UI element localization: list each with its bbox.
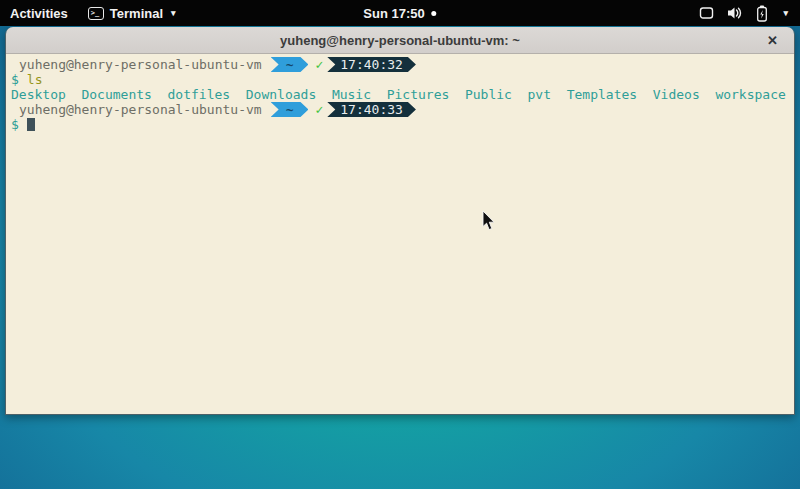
text-cursor — [27, 118, 35, 131]
battery-charging-icon — [756, 5, 768, 22]
prompt-line-2: yuheng@henry-personal-ubuntu-vm ~ ✓ 17:4… — [11, 102, 789, 117]
prompt-symbol: $ — [11, 72, 19, 87]
prompt-time-segment: 17:40:33 — [327, 102, 416, 117]
chevron-down-icon: ▾ — [171, 8, 176, 18]
ls-output-line: Desktop Documents dotfiles Downloads Mus… — [11, 87, 789, 102]
volume-icon — [727, 6, 743, 20]
prompt-user: yuheng@henry-personal-ubuntu-vm — [19, 57, 262, 72]
top-bar-left: Activities >_ Terminal ▾ — [0, 0, 186, 26]
close-icon[interactable]: ✕ — [763, 31, 782, 50]
top-bar: Activities >_ Terminal ▾ Sun 17:50 — [0, 0, 800, 26]
prompt-path-segment: ~ — [271, 102, 309, 117]
terminal-app-icon: >_ — [88, 7, 104, 20]
app-menu-label: Terminal — [110, 6, 163, 21]
directory-name: dotfiles — [168, 87, 231, 102]
command-line: $ ls — [11, 72, 789, 87]
directory-name: pvt — [528, 87, 551, 102]
directory-name: Downloads — [246, 87, 316, 102]
clock-button[interactable]: Sun 17:50 — [355, 0, 444, 26]
window-titlebar[interactable]: yuheng@henry-personal-ubuntu-vm: ~ ✕ — [6, 27, 794, 54]
command-text: ls — [27, 72, 43, 87]
screen-indicator-icon — [699, 6, 714, 20]
system-status-area[interactable]: ▾ — [687, 0, 800, 26]
activities-button[interactable]: Activities — [0, 0, 78, 26]
directory-name: Documents — [81, 87, 151, 102]
app-menu-button[interactable]: >_ Terminal ▾ — [78, 0, 186, 26]
active-prompt-line[interactable]: $ — [11, 117, 789, 132]
clock-label: Sun 17:50 — [363, 6, 424, 21]
directory-name: Desktop — [11, 87, 66, 102]
notification-dot — [432, 11, 437, 16]
status-check-icon: ✓ — [315, 57, 323, 72]
prompt-time-segment: 17:40:32 — [327, 57, 416, 72]
terminal-content[interactable]: yuheng@henry-personal-ubuntu-vm ~ ✓ 17:4… — [6, 54, 794, 414]
directory-name: workspace — [715, 87, 785, 102]
chevron-down-icon: ▾ — [783, 8, 788, 18]
terminal-window: yuheng@henry-personal-ubuntu-vm: ~ ✕ yuh… — [5, 27, 795, 415]
directory-name: Public — [465, 87, 512, 102]
window-title: yuheng@henry-personal-ubuntu-vm: ~ — [280, 33, 520, 48]
prompt-line-1: yuheng@henry-personal-ubuntu-vm ~ ✓ 17:4… — [11, 57, 789, 72]
prompt-user: yuheng@henry-personal-ubuntu-vm — [19, 102, 262, 117]
directory-name: Music — [332, 87, 371, 102]
directory-name: Videos — [653, 87, 700, 102]
directory-name: Pictures — [387, 87, 450, 102]
status-check-icon: ✓ — [315, 102, 323, 117]
directory-name: Templates — [567, 87, 637, 102]
prompt-symbol: $ — [11, 117, 19, 132]
prompt-path-segment: ~ — [271, 57, 309, 72]
